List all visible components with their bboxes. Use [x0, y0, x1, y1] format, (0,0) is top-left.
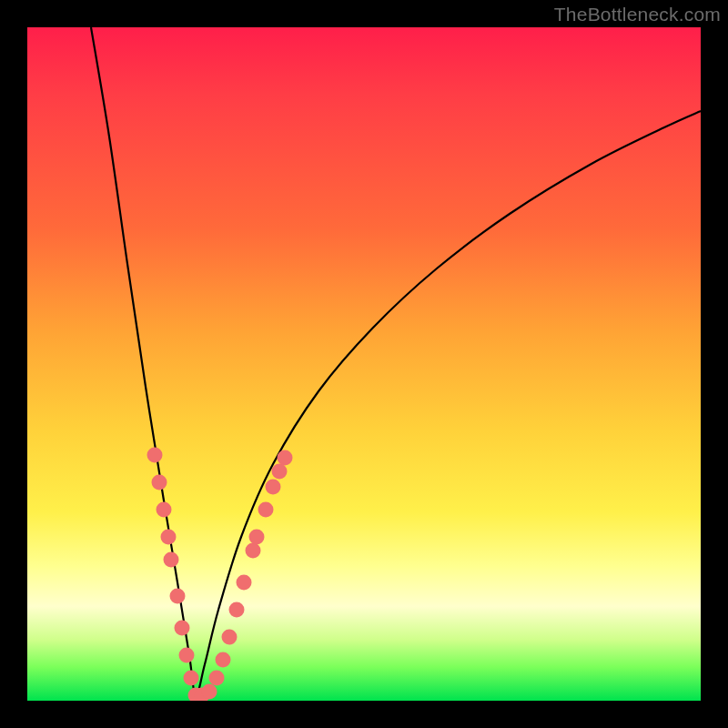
curve-marker: [216, 652, 231, 668]
curve-marker: [246, 543, 261, 559]
curve-marker: [229, 602, 245, 618]
curve-marker: [161, 530, 177, 545]
chart-svg: [27, 27, 701, 701]
curve-marker: [170, 589, 186, 604]
curve-marker: [278, 450, 293, 466]
curve-marker: [266, 480, 281, 495]
curve-marker: [202, 684, 217, 700]
curve-marker: [152, 475, 167, 490]
curve-marker: [209, 671, 225, 686]
curve-marker: [258, 502, 274, 518]
curve-marker: [249, 530, 265, 545]
curve-marker: [147, 448, 163, 463]
curve-marker: [175, 621, 190, 636]
curve-marker: [184, 671, 199, 686]
curve-marker: [237, 575, 252, 591]
curve-marker: [222, 630, 238, 645]
curve-marker: [272, 464, 288, 480]
curve-marker: [157, 502, 172, 518]
watermark-text: TheBottleneck.com: [554, 4, 721, 25]
curve-marker: [164, 552, 179, 568]
chart-frame: TheBottleneck.com: [0, 0, 728, 728]
plot-area: [27, 27, 701, 701]
curve-marker-group: [147, 448, 293, 702]
curve-marker: [179, 648, 195, 663]
